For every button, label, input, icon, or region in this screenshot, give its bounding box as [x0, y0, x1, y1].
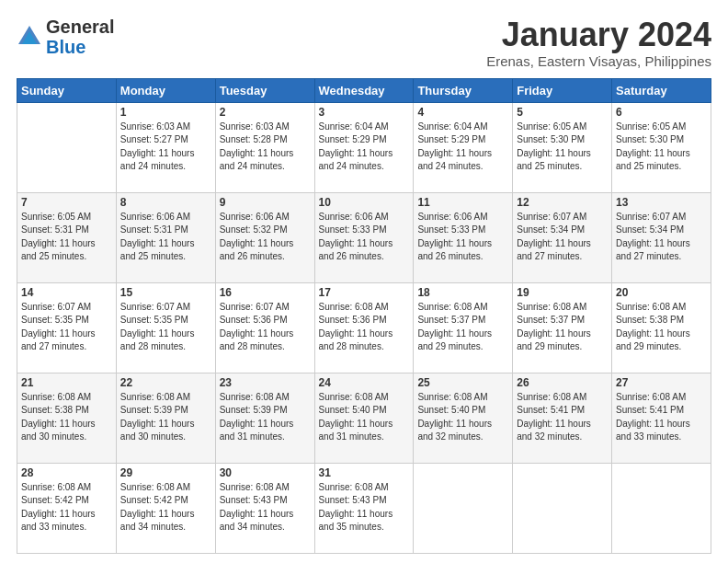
- location: Erenas, Eastern Visayas, Philippines: [486, 53, 711, 69]
- day-number: 19: [517, 286, 608, 299]
- day-number: 6: [616, 106, 707, 119]
- calendar-cell: 13Sunrise: 6:07 AMSunset: 5:34 PMDayligh…: [612, 192, 711, 282]
- calendar-cell: 5Sunrise: 6:05 AMSunset: 5:30 PMDaylight…: [513, 102, 612, 192]
- calendar-header-wednesday: Wednesday: [314, 78, 414, 102]
- day-number: 3: [319, 106, 410, 119]
- calendar-cell: [17, 102, 117, 192]
- logo-general: General: [46, 17, 114, 37]
- calendar-header-tuesday: Tuesday: [215, 78, 314, 102]
- day-info: Sunrise: 6:08 AMSunset: 5:42 PMDaylight:…: [21, 481, 112, 534]
- calendar-cell: 23Sunrise: 6:08 AMSunset: 5:39 PMDayligh…: [215, 373, 314, 463]
- calendar-header-thursday: Thursday: [414, 78, 513, 102]
- calendar-cell: 22Sunrise: 6:08 AMSunset: 5:39 PMDayligh…: [116, 373, 215, 463]
- day-info: Sunrise: 6:08 AMSunset: 5:39 PMDaylight:…: [220, 391, 311, 444]
- day-info: Sunrise: 6:08 AMSunset: 5:38 PMDaylight:…: [616, 301, 707, 354]
- day-number: 24: [319, 376, 410, 389]
- calendar-header-monday: Monday: [116, 78, 215, 102]
- day-info: Sunrise: 6:08 AMSunset: 5:40 PMDaylight:…: [417, 391, 508, 444]
- calendar-cell: 20Sunrise: 6:08 AMSunset: 5:38 PMDayligh…: [612, 282, 711, 373]
- calendar-cell: [414, 463, 513, 553]
- calendar-cell: 3Sunrise: 6:04 AMSunset: 5:29 PMDaylight…: [314, 102, 414, 192]
- calendar-cell: 17Sunrise: 6:08 AMSunset: 5:36 PMDayligh…: [314, 282, 414, 373]
- calendar-cell: 2Sunrise: 6:03 AMSunset: 5:28 PMDaylight…: [215, 102, 314, 192]
- day-info: Sunrise: 6:04 AMSunset: 5:29 PMDaylight:…: [319, 121, 410, 174]
- day-number: 31: [319, 466, 410, 479]
- day-number: 10: [319, 196, 410, 209]
- calendar-cell: 12Sunrise: 6:07 AMSunset: 5:34 PMDayligh…: [513, 192, 612, 282]
- day-info: Sunrise: 6:08 AMSunset: 5:43 PMDaylight:…: [319, 481, 410, 534]
- calendar-header-friday: Friday: [513, 78, 612, 102]
- day-info: Sunrise: 6:05 AMSunset: 5:31 PMDaylight:…: [21, 211, 112, 264]
- calendar-cell: 16Sunrise: 6:07 AMSunset: 5:36 PMDayligh…: [215, 282, 314, 373]
- day-info: Sunrise: 6:08 AMSunset: 5:43 PMDaylight:…: [220, 481, 311, 534]
- calendar-header-saturday: Saturday: [612, 78, 711, 102]
- day-number: 23: [220, 376, 311, 389]
- calendar-cell: 1Sunrise: 6:03 AMSunset: 5:27 PMDaylight…: [116, 102, 215, 192]
- calendar-week-1: 1Sunrise: 6:03 AMSunset: 5:27 PMDaylight…: [17, 102, 711, 192]
- day-number: 17: [319, 286, 410, 299]
- month-year: January 2024: [486, 17, 711, 53]
- calendar-cell: 31Sunrise: 6:08 AMSunset: 5:43 PMDayligh…: [314, 463, 414, 553]
- calendar-cell: 30Sunrise: 6:08 AMSunset: 5:43 PMDayligh…: [215, 463, 314, 553]
- calendar-cell: 11Sunrise: 6:06 AMSunset: 5:33 PMDayligh…: [414, 192, 513, 282]
- calendar-cell: 25Sunrise: 6:08 AMSunset: 5:40 PMDayligh…: [414, 373, 513, 463]
- day-info: Sunrise: 6:06 AMSunset: 5:33 PMDaylight:…: [319, 211, 410, 264]
- logo-text: General Blue: [46, 17, 114, 57]
- day-number: 8: [120, 196, 211, 209]
- calendar-week-4: 21Sunrise: 6:08 AMSunset: 5:38 PMDayligh…: [17, 373, 711, 463]
- day-number: 22: [120, 376, 211, 389]
- day-info: Sunrise: 6:06 AMSunset: 5:32 PMDaylight:…: [220, 211, 311, 264]
- header: General Blue January 2024 Erenas, Easter…: [17, 17, 711, 69]
- day-info: Sunrise: 6:04 AMSunset: 5:29 PMDaylight:…: [417, 121, 508, 174]
- calendar-cell: 26Sunrise: 6:08 AMSunset: 5:41 PMDayligh…: [513, 373, 612, 463]
- day-number: 29: [120, 466, 211, 479]
- day-number: 5: [517, 106, 608, 119]
- day-info: Sunrise: 6:06 AMSunset: 5:33 PMDaylight:…: [417, 211, 508, 264]
- page: General Blue January 2024 Erenas, Easter…: [0, 0, 728, 563]
- day-number: 28: [21, 466, 112, 479]
- day-number: 20: [616, 286, 707, 299]
- calendar-week-2: 7Sunrise: 6:05 AMSunset: 5:31 PMDaylight…: [17, 192, 711, 282]
- day-number: 18: [417, 286, 508, 299]
- calendar-cell: 6Sunrise: 6:05 AMSunset: 5:30 PMDaylight…: [612, 102, 711, 192]
- day-info: Sunrise: 6:07 AMSunset: 5:36 PMDaylight:…: [220, 301, 311, 354]
- day-number: 11: [417, 196, 508, 209]
- calendar-cell: 10Sunrise: 6:06 AMSunset: 5:33 PMDayligh…: [314, 192, 414, 282]
- calendar-table: SundayMondayTuesdayWednesdayThursdayFrid…: [17, 78, 711, 554]
- calendar-cell: 15Sunrise: 6:07 AMSunset: 5:35 PMDayligh…: [116, 282, 215, 373]
- calendar-cell: 7Sunrise: 6:05 AMSunset: 5:31 PMDaylight…: [17, 192, 117, 282]
- calendar-cell: 27Sunrise: 6:08 AMSunset: 5:41 PMDayligh…: [612, 373, 711, 463]
- calendar-cell: 28Sunrise: 6:08 AMSunset: 5:42 PMDayligh…: [17, 463, 117, 553]
- day-info: Sunrise: 6:08 AMSunset: 5:36 PMDaylight:…: [319, 301, 410, 354]
- title-block: January 2024 Erenas, Eastern Visayas, Ph…: [486, 17, 711, 69]
- day-number: 26: [517, 376, 608, 389]
- logo: General Blue: [17, 17, 114, 57]
- day-info: Sunrise: 6:08 AMSunset: 5:37 PMDaylight:…: [417, 301, 508, 354]
- calendar-cell: 18Sunrise: 6:08 AMSunset: 5:37 PMDayligh…: [414, 282, 513, 373]
- calendar-header-sunday: Sunday: [17, 78, 117, 102]
- logo-icon: [17, 24, 42, 50]
- calendar-week-3: 14Sunrise: 6:07 AMSunset: 5:35 PMDayligh…: [17, 282, 711, 373]
- calendar-header-row: SundayMondayTuesdayWednesdayThursdayFrid…: [17, 78, 711, 102]
- calendar-cell: [612, 463, 711, 553]
- calendar-cell: 24Sunrise: 6:08 AMSunset: 5:40 PMDayligh…: [314, 373, 414, 463]
- day-number: 9: [220, 196, 311, 209]
- day-info: Sunrise: 6:07 AMSunset: 5:34 PMDaylight:…: [616, 211, 707, 264]
- day-number: 7: [21, 196, 112, 209]
- calendar-cell: 4Sunrise: 6:04 AMSunset: 5:29 PMDaylight…: [414, 102, 513, 192]
- day-number: 2: [220, 106, 311, 119]
- calendar-cell: 8Sunrise: 6:06 AMSunset: 5:31 PMDaylight…: [116, 192, 215, 282]
- day-info: Sunrise: 6:08 AMSunset: 5:41 PMDaylight:…: [616, 391, 707, 444]
- calendar-cell: 19Sunrise: 6:08 AMSunset: 5:37 PMDayligh…: [513, 282, 612, 373]
- day-info: Sunrise: 6:06 AMSunset: 5:31 PMDaylight:…: [120, 211, 211, 264]
- day-number: 13: [616, 196, 707, 209]
- logo-blue: Blue: [46, 37, 114, 57]
- day-info: Sunrise: 6:05 AMSunset: 5:30 PMDaylight:…: [616, 121, 707, 174]
- day-number: 30: [220, 466, 311, 479]
- day-info: Sunrise: 6:08 AMSunset: 5:42 PMDaylight:…: [120, 481, 211, 534]
- day-info: Sunrise: 6:07 AMSunset: 5:35 PMDaylight:…: [120, 301, 211, 354]
- day-number: 15: [120, 286, 211, 299]
- day-info: Sunrise: 6:07 AMSunset: 5:34 PMDaylight:…: [517, 211, 608, 264]
- day-number: 16: [220, 286, 311, 299]
- day-number: 25: [417, 376, 508, 389]
